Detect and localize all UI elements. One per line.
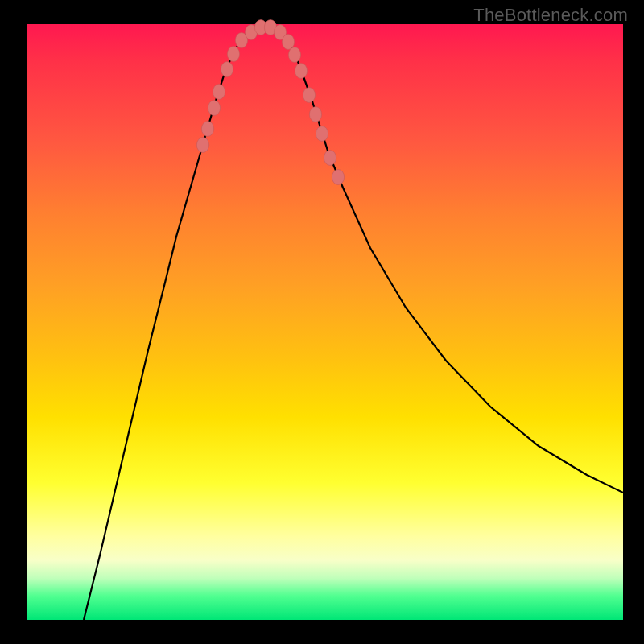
data-marker bbox=[303, 88, 315, 103]
chart-svg bbox=[27, 24, 623, 620]
data-marker bbox=[295, 64, 307, 79]
data-marker bbox=[227, 47, 239, 62]
bottleneck-curve bbox=[84, 26, 623, 620]
data-marker bbox=[213, 85, 225, 100]
data-marker bbox=[324, 151, 336, 166]
data-marker bbox=[201, 122, 213, 137]
data-marker bbox=[332, 170, 344, 185]
watermark-text: TheBottleneck.com bbox=[473, 5, 628, 26]
data-marker bbox=[221, 62, 233, 77]
data-marker bbox=[309, 107, 321, 122]
markers-group bbox=[196, 20, 344, 185]
data-marker bbox=[316, 126, 328, 142]
data-marker bbox=[288, 47, 300, 63]
data-marker bbox=[208, 101, 220, 116]
data-marker bbox=[282, 35, 294, 50]
data-marker bbox=[196, 138, 208, 153]
